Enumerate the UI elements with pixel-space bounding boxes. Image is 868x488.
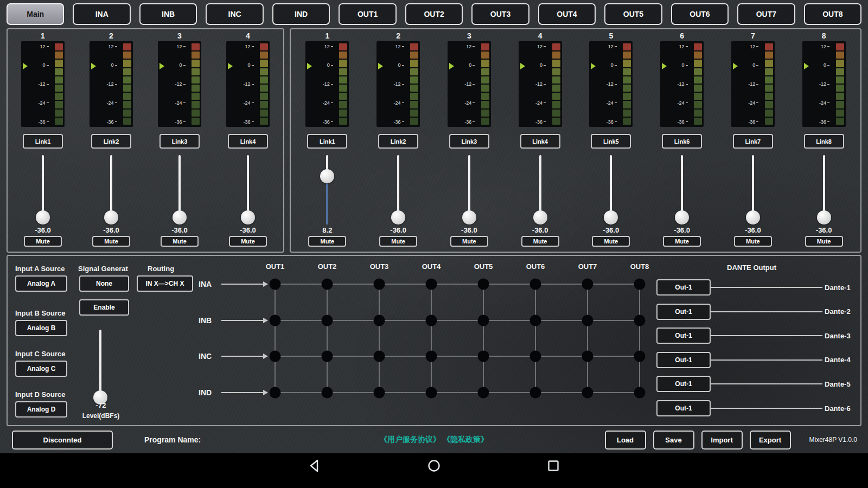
fader-knob[interactable] <box>320 169 334 183</box>
matrix-crosspoint[interactable] <box>634 387 646 399</box>
mute-button[interactable]: Mute <box>805 236 843 247</box>
matrix-crosspoint[interactable] <box>270 351 281 362</box>
matrix-crosspoint[interactable] <box>374 387 385 399</box>
tab-out5[interactable]: OUT5 <box>604 3 662 25</box>
dante-out-button[interactable]: Out-1 <box>656 352 711 368</box>
matrix-crosspoint[interactable] <box>270 387 281 399</box>
tab-out8[interactable]: OUT8 <box>804 3 861 25</box>
matrix-crosspoint[interactable] <box>530 387 541 399</box>
agreement-links[interactable]: 《用户服务协议》 《隐私政策》 <box>380 435 488 445</box>
tab-out2[interactable]: OUT2 <box>405 3 463 25</box>
routing-mode-button[interactable]: IN X—>CH X <box>137 275 193 292</box>
fader-knob[interactable] <box>817 210 831 224</box>
bottom-import-button[interactable]: Import <box>701 431 743 450</box>
matrix-crosspoint[interactable] <box>374 279 385 290</box>
matrix-crosspoint[interactable] <box>322 314 333 326</box>
channel-fader[interactable] <box>461 155 477 224</box>
fader-knob[interactable] <box>462 210 476 224</box>
matrix-crosspoint[interactable] <box>426 314 437 326</box>
matrix-crosspoint[interactable] <box>374 351 385 362</box>
matrix-crosspoint[interactable] <box>322 279 333 290</box>
link-button[interactable]: Link2 <box>91 134 131 149</box>
mute-button[interactable]: Mute <box>734 236 772 247</box>
channel-fader[interactable] <box>532 155 548 224</box>
link-button[interactable]: Link5 <box>591 134 631 149</box>
matrix-crosspoint[interactable] <box>530 279 541 290</box>
channel-fader[interactable] <box>103 155 119 224</box>
bottom-export-button[interactable]: Export <box>750 431 791 450</box>
matrix-crosspoint[interactable] <box>634 279 646 290</box>
link-button[interactable]: Link1 <box>23 134 63 149</box>
matrix-crosspoint[interactable] <box>634 351 646 362</box>
input-c-source-button[interactable]: Analog C <box>15 361 67 377</box>
fader-knob[interactable] <box>604 210 618 224</box>
tab-inb[interactable]: INB <box>139 3 197 25</box>
tab-out3[interactable]: OUT3 <box>471 3 529 25</box>
matrix-crosspoint[interactable] <box>426 351 437 362</box>
fader-knob[interactable] <box>391 210 405 224</box>
matrix-crosspoint[interactable] <box>426 279 437 290</box>
mute-button[interactable]: Mute <box>521 236 559 247</box>
link-button[interactable]: Link3 <box>449 134 489 149</box>
channel-fader[interactable] <box>35 155 51 224</box>
mute-button[interactable]: Mute <box>229 236 267 247</box>
dante-out-button[interactable]: Out-1 <box>656 400 711 416</box>
dante-out-button[interactable]: Out-1 <box>656 304 711 320</box>
dante-out-button[interactable]: Out-1 <box>656 279 711 296</box>
matrix-crosspoint[interactable] <box>478 351 489 362</box>
mute-button[interactable]: Mute <box>663 236 701 247</box>
matrix-crosspoint[interactable] <box>374 314 385 326</box>
channel-fader[interactable] <box>674 155 690 224</box>
matrix-crosspoint[interactable] <box>270 279 281 290</box>
matrix-crosspoint[interactable] <box>582 314 593 326</box>
bottom-save-button[interactable]: Save <box>653 431 694 450</box>
tab-ind[interactable]: IND <box>272 3 330 25</box>
matrix-crosspoint[interactable] <box>530 314 541 326</box>
mute-button[interactable]: Mute <box>24 236 62 247</box>
matrix-crosspoint[interactable] <box>270 314 281 326</box>
channel-fader[interactable] <box>171 155 188 224</box>
signal-generator-enable-button[interactable]: Enable <box>79 299 129 316</box>
input-a-source-button[interactable]: Analog A <box>15 275 67 292</box>
mute-button[interactable]: Mute <box>450 236 488 247</box>
fader-knob[interactable] <box>675 210 689 224</box>
fader-knob[interactable] <box>104 210 118 224</box>
link-button[interactable]: Link4 <box>520 134 560 149</box>
tab-main[interactable]: Main <box>7 3 64 25</box>
tab-inc[interactable]: INC <box>206 3 263 25</box>
link-button[interactable]: Link7 <box>733 134 773 149</box>
fader-knob[interactable] <box>746 210 760 224</box>
back-icon[interactable] <box>308 459 322 473</box>
channel-fader[interactable] <box>390 155 406 224</box>
channel-fader[interactable] <box>319 155 335 224</box>
mute-button[interactable]: Mute <box>161 236 199 247</box>
matrix-crosspoint[interactable] <box>322 387 333 399</box>
matrix-crosspoint[interactable] <box>634 314 646 326</box>
dante-out-button[interactable]: Out-1 <box>656 376 711 392</box>
matrix-crosspoint[interactable] <box>426 387 437 399</box>
fader-knob[interactable] <box>36 210 50 224</box>
tab-out6[interactable]: OUT6 <box>671 3 729 25</box>
fader-knob[interactable] <box>533 210 547 224</box>
link-button[interactable]: Link3 <box>159 134 200 149</box>
matrix-crosspoint[interactable] <box>322 351 333 362</box>
channel-fader[interactable] <box>816 155 832 224</box>
mute-button[interactable]: Mute <box>92 236 130 247</box>
link-button[interactable]: Link1 <box>307 134 347 149</box>
dante-out-button[interactable]: Out-1 <box>656 328 711 344</box>
bottom-load-button[interactable]: Load <box>605 431 646 450</box>
recents-icon[interactable] <box>546 459 560 473</box>
mute-button[interactable]: Mute <box>592 236 630 247</box>
tab-ina[interactable]: INA <box>73 3 130 25</box>
tab-out1[interactable]: OUT1 <box>339 3 396 25</box>
tab-out7[interactable]: OUT7 <box>737 3 795 25</box>
mute-button[interactable]: Mute <box>379 236 417 247</box>
matrix-crosspoint[interactable] <box>530 351 541 362</box>
matrix-crosspoint[interactable] <box>582 387 593 399</box>
matrix-crosspoint[interactable] <box>582 351 593 362</box>
tab-out4[interactable]: OUT4 <box>538 3 596 25</box>
matrix-crosspoint[interactable] <box>582 279 593 290</box>
signal-generator-type-button[interactable]: None <box>79 275 129 292</box>
matrix-crosspoint[interactable] <box>478 279 489 290</box>
input-d-source-button[interactable]: Analog D <box>15 401 67 418</box>
